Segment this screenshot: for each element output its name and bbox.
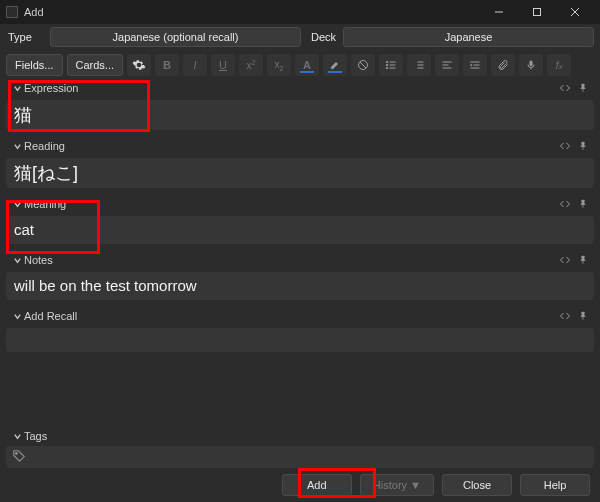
bold-icon[interactable]: B — [155, 54, 179, 76]
help-button[interactable]: Help — [520, 474, 590, 496]
add-button[interactable]: Add — [282, 474, 352, 496]
chevron-down-icon — [10, 84, 24, 93]
bottom-button-bar: Add History ▼ Close Help — [0, 468, 600, 502]
pin-icon[interactable] — [574, 252, 592, 268]
window-title: Add — [24, 6, 44, 18]
html-toggle-icon[interactable] — [556, 308, 574, 324]
editor-toolbar: Fields... Cards... B I U x2 x2 A fx — [6, 52, 594, 78]
chevron-down-icon — [10, 256, 24, 265]
field-input-add-recall[interactable] — [6, 328, 594, 352]
note-type-label: Type — [6, 31, 50, 43]
field-notes: Notes will be on the test tomorrow — [6, 250, 594, 300]
field-input-reading[interactable]: 猫[ねこ] — [6, 158, 594, 188]
chevron-down-icon — [10, 312, 24, 321]
pin-icon[interactable] — [574, 196, 592, 212]
italic-icon[interactable]: I — [183, 54, 207, 76]
fields-panel: Expression 猫 Reading 猫[ねこ] Meaning cat — [6, 78, 594, 468]
mic-icon[interactable] — [519, 54, 543, 76]
note-type-value: Japanese (optional recall) — [113, 31, 239, 43]
ordered-list-icon[interactable] — [407, 54, 431, 76]
field-add-recall: Add Recall — [6, 306, 594, 352]
gear-icon[interactable] — [127, 54, 151, 76]
tags-header[interactable]: Tags — [6, 426, 594, 446]
svg-point-6 — [386, 61, 388, 63]
field-input-expression[interactable]: 猫 — [6, 100, 594, 130]
window-titlebar: Add — [0, 0, 600, 24]
history-button[interactable]: History ▼ — [360, 474, 434, 496]
deck-selector[interactable]: Japanese — [343, 27, 594, 47]
field-expression: Expression 猫 — [6, 78, 594, 130]
window-maximize-button[interactable] — [518, 0, 556, 24]
field-header-expression[interactable]: Expression — [6, 78, 594, 98]
chevron-down-icon — [10, 432, 24, 441]
field-label: Add Recall — [24, 310, 77, 322]
tags-block: Tags — [6, 426, 594, 468]
pin-icon[interactable] — [574, 308, 592, 324]
pin-icon[interactable] — [574, 138, 592, 154]
field-input-meaning[interactable]: cat — [6, 216, 594, 244]
highlight-color-icon[interactable] — [323, 54, 347, 76]
tag-icon — [12, 449, 26, 466]
cards-button[interactable]: Cards... — [67, 54, 124, 76]
deck-label: Deck — [309, 31, 343, 43]
svg-point-8 — [386, 64, 388, 66]
field-label: Meaning — [24, 198, 66, 210]
field-label: Reading — [24, 140, 65, 152]
tags-input[interactable] — [6, 446, 594, 468]
field-input-notes[interactable]: will be on the test tomorrow — [6, 272, 594, 300]
field-header-reading[interactable]: Reading — [6, 136, 594, 156]
chevron-down-icon — [10, 142, 24, 151]
attachment-icon[interactable] — [491, 54, 515, 76]
field-header-meaning[interactable]: Meaning — [6, 194, 594, 214]
fields-button[interactable]: Fields... — [6, 54, 63, 76]
window-close-button[interactable] — [556, 0, 594, 24]
tags-label: Tags — [24, 430, 47, 442]
note-type-selector[interactable]: Japanese (optional recall) — [50, 27, 301, 47]
pin-icon[interactable] — [574, 80, 592, 96]
html-toggle-icon[interactable] — [556, 252, 574, 268]
field-label: Expression — [24, 82, 78, 94]
html-toggle-icon[interactable] — [556, 196, 574, 212]
superscript-icon[interactable]: x2 — [239, 54, 263, 76]
fx-icon[interactable]: fx — [547, 54, 571, 76]
svg-rect-21 — [530, 61, 533, 67]
field-reading: Reading 猫[ねこ] — [6, 136, 594, 188]
underline-icon[interactable]: U — [211, 54, 235, 76]
text-color-icon[interactable]: A — [295, 54, 319, 76]
deck-value: Japanese — [445, 31, 493, 43]
html-toggle-icon[interactable] — [556, 138, 574, 154]
chevron-down-icon — [10, 200, 24, 209]
subscript-icon[interactable]: x2 — [267, 54, 291, 76]
type-deck-row: Type Japanese (optional recall) Deck Jap… — [6, 26, 594, 48]
clear-format-icon[interactable] — [351, 54, 375, 76]
field-meaning: Meaning cat — [6, 194, 594, 244]
html-toggle-icon[interactable] — [556, 80, 574, 96]
close-button[interactable]: Close — [442, 474, 512, 496]
svg-point-10 — [386, 67, 388, 69]
app-icon — [6, 6, 18, 18]
indent-icon[interactable] — [463, 54, 487, 76]
svg-line-5 — [360, 62, 366, 68]
field-label: Notes — [24, 254, 53, 266]
alignment-icon[interactable] — [435, 54, 459, 76]
unordered-list-icon[interactable] — [379, 54, 403, 76]
field-header-notes[interactable]: Notes — [6, 250, 594, 270]
field-header-add-recall[interactable]: Add Recall — [6, 306, 594, 326]
svg-point-28 — [16, 452, 18, 454]
window-minimize-button[interactable] — [480, 0, 518, 24]
svg-rect-1 — [534, 9, 541, 16]
